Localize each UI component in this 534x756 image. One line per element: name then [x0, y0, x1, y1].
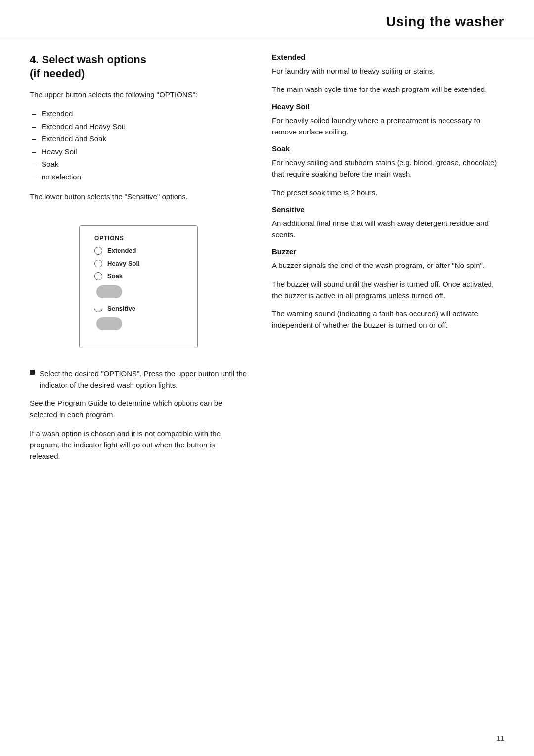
bullet-paragraph: Select the desired "OPTIONS". Press the … [30, 368, 247, 391]
heavy-soil-circle-icon [94, 260, 102, 267]
bullet-text: Select the desired "OPTIONS". Press the … [40, 368, 247, 391]
section-heavy-soil: Heavy Soil For heavily soiled laundry wh… [272, 102, 504, 138]
list-item: Extended and Heavy Soil [30, 120, 247, 133]
soak-para2: The preset soak time is 2 hours. [272, 187, 504, 198]
diagram-options-label: OPTIONS [94, 235, 182, 242]
subheading-extended: Extended [272, 53, 504, 61]
lower-button-shape [96, 317, 122, 330]
buzzer-para3: The warning sound (indicating a fault ha… [272, 308, 504, 331]
diagram-heavy-soil-label: Heavy Soil [107, 260, 140, 267]
diagram-row-heavy-soil: Heavy Soil [94, 260, 182, 267]
page: Using the washer 4. Select wash options … [0, 0, 534, 756]
buzzer-para1: A buzzer signals the end of the wash pro… [272, 260, 504, 271]
heavy-soil-para1: For heavily soiled laundry where a pretr… [272, 115, 504, 138]
extended-para1: For laundry with normal to heavy soiling… [272, 65, 504, 77]
lower-button-text: The lower button selects the "Sensitive"… [30, 191, 247, 202]
buzzer-para2: The buzzer will sound until the washer i… [272, 278, 504, 302]
left-column: 4. Select wash options (if needed) The u… [30, 53, 247, 469]
intro-text: The upper button selects the following "… [30, 89, 247, 100]
upper-button-shape [96, 285, 122, 298]
soak-para1: For heavy soiling and stubborn stains (e… [272, 157, 504, 180]
bullet-square-icon [30, 370, 35, 375]
sensitive-para1: An additional final rinse that will wash… [272, 218, 504, 241]
list-item: Heavy Soil [30, 145, 247, 158]
section-sensitive: Sensitive An additional final rinse that… [272, 205, 504, 241]
extended-para2: The main wash cycle time for the wash pr… [272, 84, 504, 95]
page-number: 11 [496, 734, 504, 742]
diagram-row-sensitive: Sensitive [94, 305, 182, 312]
subheading-sensitive: Sensitive [272, 205, 504, 214]
diagram-row-extended: Extended [94, 247, 182, 255]
sensitive-arc-icon [94, 305, 102, 312]
section-soak: Soak For heavy soiling and stubborn stai… [272, 144, 504, 198]
diagram-row-soak: Soak [94, 272, 182, 280]
subheading-soak: Soak [272, 144, 504, 153]
diagram-sensitive-label: Sensitive [107, 305, 135, 312]
section-extended: Extended For laundry with normal to heav… [272, 53, 504, 95]
para2: If a wash option is chosen and it is not… [30, 428, 247, 462]
section-buzzer: Buzzer A buzzer signals the end of the w… [272, 247, 504, 331]
diagram-upper-button [96, 285, 182, 300]
subheading-heavy-soil: Heavy Soil [272, 102, 504, 111]
options-list: Extended Extended and Heavy Soil Extende… [30, 107, 247, 183]
diagram-soak-label: Soak [107, 272, 123, 280]
right-column: Extended For laundry with normal to heav… [272, 53, 504, 469]
page-header: Using the washer [0, 0, 534, 37]
diagram-extended-label: Extended [107, 247, 136, 254]
extended-circle-icon [94, 247, 102, 255]
list-item: Soak [30, 158, 247, 171]
page-title: Using the washer [386, 14, 504, 29]
para1: See the Program Guide to determine which… [30, 398, 247, 421]
list-item: no selection [30, 171, 247, 183]
content-area: 4. Select wash options (if needed) The u… [0, 53, 534, 469]
soak-circle-icon [94, 272, 102, 280]
list-item: Extended and Soak [30, 133, 247, 145]
diagram-lower-button [96, 317, 182, 332]
list-item: Extended [30, 107, 247, 120]
section-heading: 4. Select wash options (if needed) [30, 53, 247, 80]
diagram-box: OPTIONS Extended Heavy Soil Soak [79, 225, 198, 348]
subheading-buzzer: Buzzer [272, 247, 504, 256]
